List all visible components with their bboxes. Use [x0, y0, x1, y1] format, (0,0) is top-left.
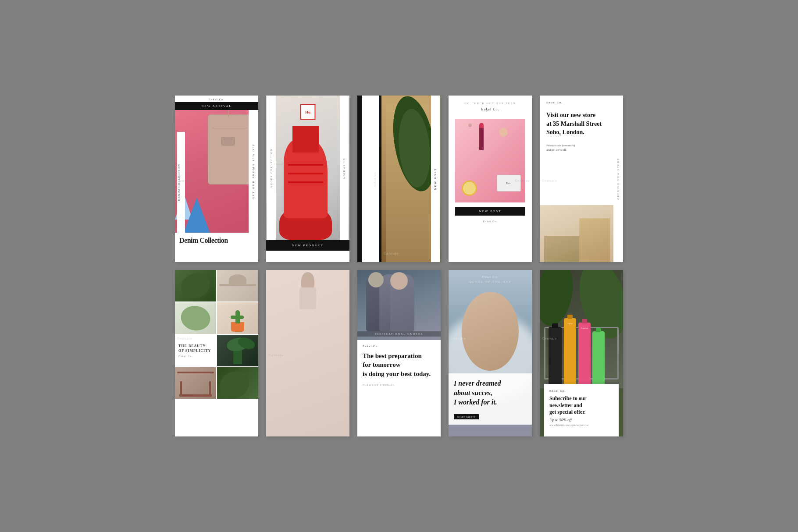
card10-brand: Enkel Co.	[549, 389, 613, 393]
card1-side-text1: Get our promo 15% off	[249, 110, 258, 233]
card4-top: GO CHECK OUT OUR FEED Enkel Co.	[449, 96, 532, 115]
card10-up-to: Up to 50% off	[549, 418, 613, 422]
card5-brand: Enkel Co.	[540, 96, 623, 104]
card5-side-text: OPENING NEW STORE	[613, 96, 623, 262]
card8-brand: Enkel Co.	[357, 340, 441, 349]
card-quote-of-day: Enkel Co. QUOTE OF THE DAY I never dream…	[449, 270, 532, 436]
card4-brand: Enkel Co.	[455, 107, 525, 111]
card8-quote: The best preparationfor tomorrowis doing…	[357, 349, 441, 381]
card3-right-text: NEW POST	[431, 96, 440, 262]
card6-cell-leaf2	[175, 302, 216, 334]
card8-photo: INSPIRATIONAL QUOTES	[357, 270, 441, 340]
card4-go-check: GO CHECK OUT OUR FEED	[455, 102, 525, 105]
card9-quote-box: I never dreamedabout succes,I worked for…	[449, 373, 532, 409]
card9-signer-name: Estee lauder	[454, 414, 479, 419]
card3-person	[381, 96, 432, 262]
card6-cell-leaf3	[217, 367, 258, 399]
card10-bottle1	[549, 327, 562, 388]
card4-bottom-bar: NEW POST	[455, 207, 525, 216]
card5-photo	[540, 205, 623, 262]
card-beauty-simplicity: THE BEAUTYOF SIMPLICITY Enkel Co.	[175, 270, 258, 436]
card9-face	[462, 292, 519, 371]
card6-text-cell: THE BEAUTYOF SIMPLICITY Enkel Co.	[175, 335, 216, 366]
card4-bottom-brand: Enkel Co.	[449, 216, 532, 227]
card2-side-text1: Shoes Collection	[267, 96, 276, 240]
card1-photo: Get our promo 15% off Denim Collection	[175, 110, 258, 233]
card1-bottom-title: Denim Collection	[175, 233, 258, 246]
card1-brand: Enkel Co.	[175, 96, 258, 102]
card3-strip-brand: Enkel Co.	[370, 96, 379, 262]
card6-cell-cactus	[217, 302, 258, 334]
card9-signer: Estee lauder	[449, 409, 532, 425]
card10-bottles: Carrot Grapefruit	[540, 270, 623, 388]
card6-cell-plant	[217, 335, 258, 366]
card10-bottle4	[592, 331, 605, 388]
card1-side-text2: Denim Collection	[177, 132, 185, 233]
card2-bottom-bar: NeW ProducT	[266, 240, 349, 251]
card8-inspirational-label: INSPIRATIONAL QUOTES	[357, 331, 441, 337]
card6-cell-leaf1	[175, 270, 216, 301]
card-subscribe: Carrot Grapefruit Enkel Co. Subscribe to…	[540, 270, 623, 436]
card9-top: Enkel Co. QUOTE OF THE DAY	[449, 270, 532, 286]
card5-visit-text: Visit our new storeat 35 Marshall Street…	[546, 111, 616, 137]
card2-side-text2: Adidas Hu	[340, 96, 349, 240]
card9-quote-text: I never dreamedabout succes,I worked for…	[454, 379, 527, 407]
card3-photo: NEW POST Enkel Co. NEW POST	[357, 96, 441, 262]
card6-cell-wood	[175, 367, 216, 399]
card7-cell6	[309, 368, 346, 410]
card9-brand: Enkel Co.	[453, 275, 527, 279]
card3-strip-text: NEW POST	[362, 96, 371, 262]
card2-photo: Hu Shoes Collection Adidas Hu	[266, 96, 349, 240]
card6-cell-hat	[217, 270, 258, 301]
card-opening-store: Enkel Co. Visit our new storeat 35 Marsh…	[540, 96, 623, 262]
card-summer-collection: Enkel Co.	[266, 270, 349, 436]
card-inspirational-quotes: INSPIRATIONAL QUOTES Enkel Co. The best …	[357, 270, 441, 436]
card10-subscribe-box: Enkel Co. Subscribe to ournewsletter and…	[544, 384, 619, 436]
card10-url: www.brandstore.com/subscribe	[549, 424, 613, 426]
card10-bottle3: Grapefruit	[578, 323, 591, 388]
card4-photo: Dior	[455, 119, 525, 202]
card6-grid: THE BEAUTYOF SIMPLICITY Enkel Co.	[175, 270, 258, 399]
card-new-product: Hu Shoes Collection Adidas Hu NeW Produc…	[266, 96, 349, 262]
card9-quote-label: QUOTE OF THE DAY	[453, 280, 527, 284]
card2-logo: Hu	[300, 104, 316, 120]
card-denim-collection: Enkel Co. NEW ARRIVAL Get our promo 15% …	[175, 96, 258, 262]
card7-photo-grid	[270, 282, 346, 410]
card-new-post: NEW POST Enkel Co. NEW POST ©envato	[357, 96, 441, 262]
card5-content: Visit our new storeat 35 Marshall Street…	[540, 104, 623, 159]
card10-bottle2: Carrot	[564, 318, 576, 388]
card-go-check-feed: GO CHECK OUT OUR FEED Enkel Co. Dior NEW…	[449, 96, 532, 262]
card8-author: H. Jackson Brown, Jr.	[357, 381, 441, 389]
card6-brand: Enkel Co.	[178, 355, 213, 358]
card1-top-bar: NEW ARRIVAL	[175, 102, 258, 110]
card10-subscribe-text: Subscribe to ournewsletter andget specia…	[549, 395, 613, 416]
card5-promo: Promo code (newstore)and get 25% off.	[546, 143, 616, 153]
watermark5: ©envato	[542, 179, 557, 183]
card6-beauty-text: THE BEAUTYOF SIMPLICITY	[178, 344, 213, 353]
